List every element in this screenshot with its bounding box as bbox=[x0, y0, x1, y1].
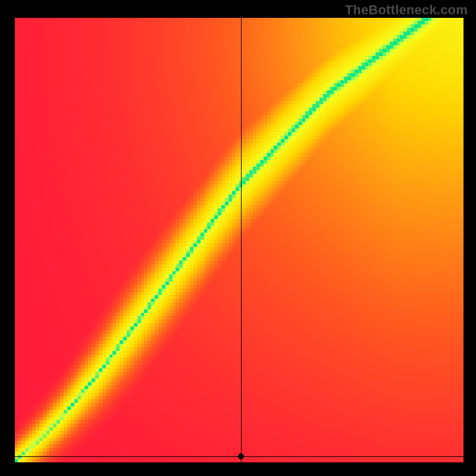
heatmap-canvas bbox=[15, 18, 464, 462]
heatmap-plot bbox=[15, 18, 464, 462]
crosshair-vertical bbox=[241, 18, 242, 462]
watermark-text: TheBottleneck.com bbox=[345, 2, 468, 18]
chart-frame: TheBottleneck.com bbox=[0, 0, 476, 476]
